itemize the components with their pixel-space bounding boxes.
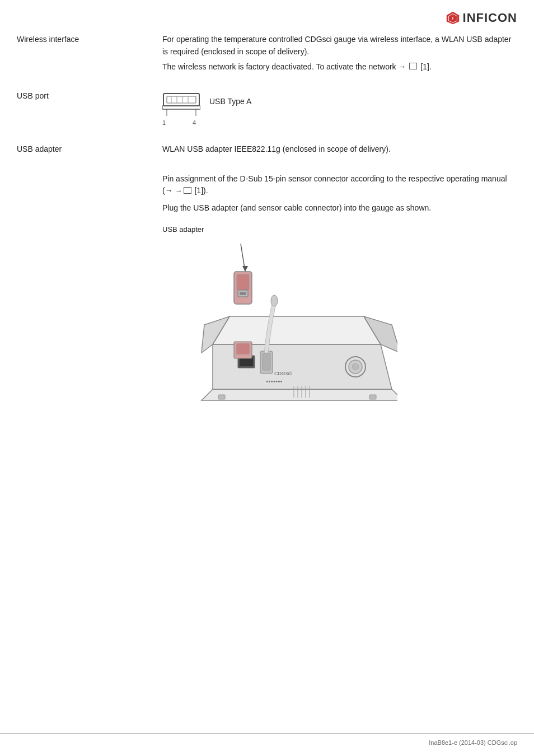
wireless-para2: The wireless network is factory deactiva… [162,61,517,73]
instructions-para2: Plug the USB adapter (and sensor cable c… [162,202,517,214]
usb-adapter-description: WLAN USB adapter IEEE822.11g (enclosed i… [162,143,517,155]
svg-text:CDGsci: CDGsci [274,371,292,376]
wireless-para1: For operating the temperature controlled… [162,34,517,58]
svg-text:●●●●●●●: ●●●●●●● [266,379,283,383]
usb-port-content: 1 4 USB Type A [162,90,517,128]
usb-pin-numbers: 1 4 [162,118,196,128]
gauge-illustration: USB adapter [162,224,517,418]
logo-text: INFICON [463,11,517,25]
usb-port-diagram: 1 4 [162,91,200,128]
svg-point-32 [271,295,278,306]
header: i INFICON [445,10,517,26]
pin-4-label: 4 [193,118,196,128]
instructions-section: Pin assignment of the D-Sub 15-pin senso… [17,173,517,418]
main-content: Wireless interface For operating the tem… [0,34,534,424]
usb-port-label: USB port [17,90,162,100]
reference-symbol [408,63,418,69]
svg-rect-19 [263,353,270,370]
usb-adapter-section: USB adapter WLAN USB adapter IEEE822.11g… [17,143,517,155]
wireless-interface-content: For operating the temperature controlled… [162,34,517,77]
usb-adapter-diagram-label: USB adapter [162,224,204,235]
svg-rect-13 [237,274,249,290]
instructions-label-empty [17,173,162,418]
footer-text: InaB8e1-e (2014-03) CDGsci.op [429,739,517,746]
usb-port-section: USB port [17,90,517,128]
usb-adapter-content: WLAN USB adapter IEEE822.11g (enclosed i… [162,143,517,155]
instructions-para1: Pin assignment of the D-Sub 15-pin senso… [162,173,517,197]
inficon-logo-icon: i [445,10,461,26]
wireless-interface-label: Wireless interface [17,34,162,77]
svg-rect-23 [218,395,225,399]
usb-connector-svg [162,91,200,117]
svg-marker-11 [242,266,248,272]
usb-adapter-label: USB adapter [17,143,162,155]
gauge-diagram-svg: CDGsci ●●●●●●● [162,238,397,417]
svg-text:i: i [452,15,453,21]
svg-rect-1 [163,94,199,106]
pin-1-label: 1 [162,118,166,128]
footer-divider [0,733,534,734]
ref-symbol-2: → [175,185,193,197]
svg-point-22 [352,363,359,370]
svg-rect-34 [236,343,250,354]
wireless-interface-section: Wireless interface For operating the tem… [17,34,517,77]
usb-type-label-container: USB Type A [209,90,251,108]
usb-type-label: USB Type A [209,97,251,106]
svg-rect-24 [369,395,376,399]
instructions-content: Pin assignment of the D-Sub 15-pin senso… [162,173,517,418]
svg-rect-15 [240,292,246,295]
